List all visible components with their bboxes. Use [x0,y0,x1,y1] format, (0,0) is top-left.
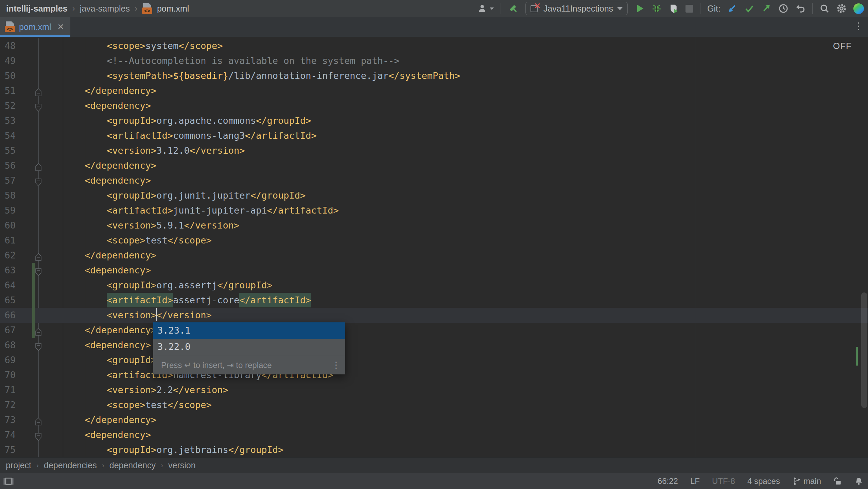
code-line[interactable]: 61<scope>test</scope> [0,233,868,248]
settings-button[interactable] [836,3,847,14]
breadcrumb-item[interactable]: dependencies [44,460,97,470]
user-icon [478,3,488,14]
code-line[interactable]: 50<systemPath>${basedir}/lib/annotation-… [0,68,868,83]
code-line[interactable]: 52<dependency> [0,98,868,113]
code-line[interactable]: 49<!--Autocompletion is available on the… [0,53,868,68]
profile-avatar[interactable] [853,3,864,14]
run-config-icon: ✕ [531,4,539,13]
play-icon [635,3,645,14]
code-line[interactable]: 73</dependency> [0,412,868,427]
caret-position[interactable]: 66:22 [658,476,678,486]
change-stripe-mark [856,347,858,366]
code-line[interactable]: 62</dependency> [0,248,868,263]
stop-button[interactable] [685,5,693,13]
notifications-bell-icon[interactable] [854,477,863,486]
git-commit-button[interactable] [744,3,754,14]
run-button[interactable] [635,3,645,14]
breadcrumb-project[interactable]: intellij-samples [6,4,68,14]
line-number: 50 [0,68,16,83]
breadcrumb-item[interactable]: project [6,460,31,470]
breadcrumb-module[interactable]: java-samples [80,4,130,14]
clock-icon [778,3,788,14]
completion-item[interactable]: 3.22.0 [153,339,345,355]
file-encoding[interactable]: UTF-8 [712,476,735,486]
bug-icon [652,3,662,14]
line-separator[interactable]: LF [690,476,700,486]
code-line[interactable]: 57<dependency> [0,173,868,188]
code-area[interactable]: 48<scope>system</scope>49<!--Autocomplet… [0,38,868,457]
code-line[interactable]: 51</dependency> [0,83,868,98]
breadcrumb-item[interactable]: version [168,460,196,470]
rollback-button[interactable] [795,3,805,14]
code-line[interactable]: 65<artifactId>assertj-core</artifactId> [0,293,868,308]
code-line[interactable]: 59<artifactId>junit-jupiter-api</artifac… [0,203,868,218]
chevron-right-icon: › [135,4,137,13]
completion-item[interactable]: 3.23.1 [153,322,345,339]
line-number: 48 [0,38,16,53]
code-line[interactable]: 69<groupId> [0,353,868,368]
search-everywhere-button[interactable] [819,3,830,14]
popup-options-kebab-icon[interactable]: ⋮ [332,355,341,375]
code-line[interactable]: 74<dependency> [0,427,868,442]
code-line[interactable]: 67</dependency> [0,323,868,338]
git-branch-widget[interactable]: main [792,476,821,486]
code-line[interactable]: 75<groupId>org.jetbrains</groupId> [0,442,868,457]
debug-button[interactable] [652,3,662,14]
code-text: <groupId>org.jetbrains</groupId> [107,442,283,457]
line-number: 59 [0,203,16,218]
code-text: <!--Autocompletion is available on the s… [107,53,400,68]
line-number: 71 [0,383,16,398]
highlighting-level-badge[interactable]: OFF [833,41,852,51]
code-line[interactable]: 72<scope>test</scope> [0,398,868,412]
status-bar: 66:22 LF UTF-8 4 spaces main [0,473,868,489]
code-editor[interactable]: 48<scope>system</scope>49<!--Autocomplet… [0,37,868,457]
line-number: 70 [0,368,16,383]
line-number: 49 [0,53,16,68]
line-number: 53 [0,113,16,128]
run-with-coverage-button[interactable] [669,3,679,14]
chevron-right-icon: › [72,4,75,13]
indent-setting[interactable]: 4 spaces [747,476,780,486]
git-push-button[interactable] [761,3,771,14]
close-icon[interactable]: ✕ [55,22,64,32]
line-number: 75 [0,442,16,457]
tab-options-kebab-icon[interactable]: ⋮ [854,21,863,31]
code-text: </dependency> [85,83,156,98]
code-text: <dependency> [85,173,151,188]
line-number: 58 [0,188,16,203]
code-line[interactable]: 63<dependency> [0,263,868,278]
code-line[interactable]: 71<version>2.2</version> [0,383,868,398]
line-number: 56 [0,158,16,173]
search-icon [819,3,830,14]
code-line[interactable]: 64<groupId>org.assertj</groupId> [0,278,868,293]
code-line[interactable]: 54<artifactId>commons-lang3</artifactId> [0,128,868,143]
code-line[interactable]: 70<artifactId>hamcrest-library</artifact… [0,368,868,383]
code-line[interactable]: 55<version>3.12.0</version> [0,143,868,158]
code-line[interactable]: 58<groupId>org.junit.jupiter</groupId> [0,188,868,203]
build-project-button[interactable] [508,3,519,14]
code-line[interactable]: 56</dependency> [0,158,868,173]
code-line[interactable]: 60<version>5.9.1</version> [0,218,868,233]
breadcrumb-item[interactable]: dependency [109,460,156,470]
git-update-button[interactable] [727,3,737,14]
line-number: 65 [0,293,16,308]
chevron-down-icon [490,7,494,10]
tab-pom-xml[interactable]: <> pom.xml ✕ [0,17,70,37]
change-marker [32,278,35,293]
code-text: </dependency> [85,412,156,427]
code-line[interactable]: 68<dependency> [0,338,868,353]
tool-window-layout-icon[interactable] [3,477,14,485]
code-line[interactable]: 66<version></version> [0,308,868,323]
line-number: 62 [0,248,16,263]
code-line[interactable]: 53<groupId>org.apache.commons</groupId> [0,113,868,128]
chevron-down-icon [617,7,623,10]
code-text: <version>2.2</version> [107,383,228,398]
run-configuration-select[interactable]: ✕ Java11Inspections [525,2,628,15]
line-number: 51 [0,83,16,98]
history-button[interactable] [778,3,788,14]
code-with-me-users-button[interactable] [478,3,494,14]
breadcrumb-file[interactable]: pom.xml [157,4,189,14]
vertical-scrollbar[interactable] [861,292,867,408]
code-line[interactable]: 48<scope>system</scope> [0,38,868,53]
unlocked-icon[interactable] [833,477,842,486]
